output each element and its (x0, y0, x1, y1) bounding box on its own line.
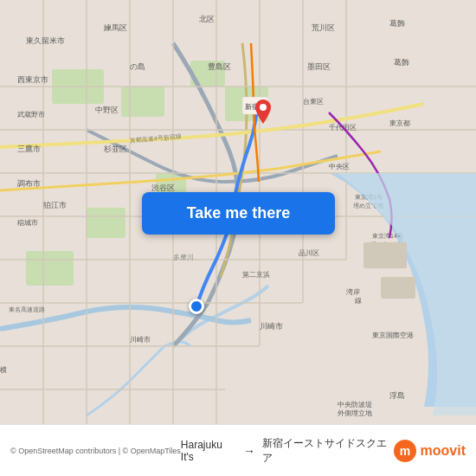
destination-pin (255, 100, 271, 120)
svg-text:川崎市: 川崎市 (130, 336, 151, 344)
svg-text:多摩川: 多摩川 (173, 254, 194, 261)
svg-text:墨田区: 墨田区 (307, 62, 331, 71)
svg-text:浮島: 浮島 (389, 391, 405, 400)
svg-rect-66 (363, 242, 407, 268)
svg-text:川崎市: 川崎市 (260, 322, 283, 331)
svg-text:線: 線 (354, 297, 362, 305)
moovit-icon: m (393, 439, 417, 463)
svg-text:葛飾: 葛飾 (394, 58, 409, 67)
to-label: 新宿イーストサイドスクエア (262, 436, 393, 466)
svg-text:練馬区: 練馬区 (103, 23, 127, 32)
map-container: 東久留米市 練馬区 北区 荒川区 葛飾 西東京市 の島 豊島区 墨田区 葛飾 武… (0, 0, 476, 424)
svg-text:豊島区: 豊島区 (208, 62, 231, 71)
svg-text:の島: の島 (130, 62, 145, 71)
svg-text:狛江市: 狛江市 (43, 201, 67, 209)
svg-text:東久留米市: 東久留米市 (26, 36, 65, 45)
svg-text:杉並区: 杉並区 (103, 145, 127, 153)
svg-text:外側埋立地: 外側埋立地 (338, 409, 372, 417)
svg-text:稲城市: 稲城市 (17, 219, 38, 227)
from-label: Harajuku It's (181, 439, 236, 463)
arrow-icon: → (243, 444, 255, 458)
svg-text:中野区: 中野区 (95, 106, 119, 114)
svg-text:西東京市: 西東京市 (17, 75, 48, 84)
svg-rect-67 (381, 277, 415, 299)
svg-text:三鷹市: 三鷹市 (17, 145, 41, 153)
svg-text:武蔵野市: 武蔵野市 (17, 111, 45, 119)
svg-text:葛飾: 葛飾 (389, 19, 405, 28)
svg-text:品川区: 品川区 (299, 249, 319, 257)
route-info: Harajuku It's → 新宿イーストサイドスクエア (181, 436, 393, 466)
svg-text:東京国際空港: 東京国際空港 (372, 331, 414, 339)
moovit-logo: m moovit (393, 439, 466, 463)
attribution-text: © OpenStreetMap contributors | © OpenMap… (10, 447, 181, 455)
footer: © OpenStreetMap contributors | © OpenMap… (0, 424, 476, 476)
svg-text:北区: 北区 (199, 15, 215, 23)
svg-text:東京都: 東京都 (389, 119, 410, 127)
svg-text:東名高速道路: 東名高速道路 (9, 306, 45, 312)
svg-text:調布市: 調布市 (17, 179, 41, 188)
svg-rect-2 (121, 87, 164, 117)
moovit-text: moovit (421, 443, 466, 459)
svg-text:中央防波堤: 中央防波堤 (338, 401, 372, 408)
take-me-there-button[interactable]: Take me there (142, 192, 335, 235)
svg-text:横: 横 (0, 366, 7, 374)
svg-rect-6 (87, 208, 125, 238)
svg-text:中央区: 中央区 (329, 163, 350, 170)
svg-text:台東区: 台東区 (303, 98, 324, 106)
origin-dot (189, 299, 204, 314)
svg-point-69 (260, 104, 267, 111)
svg-text:荒川区: 荒川区 (312, 23, 335, 32)
svg-text:渋谷区: 渋谷区 (151, 183, 175, 192)
svg-rect-7 (26, 251, 74, 286)
svg-text:湾岸: 湾岸 (346, 288, 360, 296)
svg-text:第二京浜: 第二京浜 (242, 271, 270, 279)
svg-text:m: m (399, 444, 409, 458)
